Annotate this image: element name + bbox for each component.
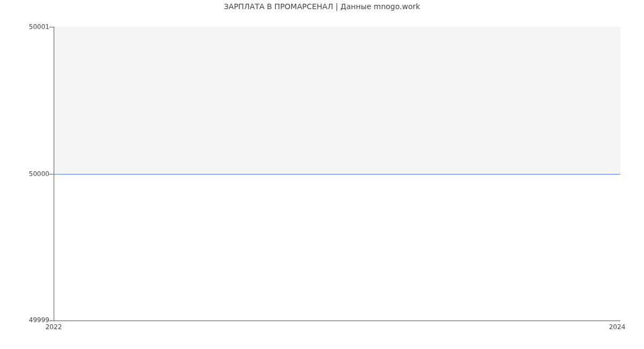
y-tick-mid: 50000: [29, 170, 49, 178]
upper-band: [54, 27, 620, 174]
y-tickmark: [49, 27, 54, 27]
plot-area: [54, 27, 620, 321]
salary-line: [54, 174, 620, 174]
y-tick-bottom: 49999: [29, 316, 49, 324]
y-tickmark: [49, 174, 54, 174]
x-tick-right: 2024: [609, 323, 626, 331]
salary-chart: ЗАРПЛАТА В ПРОМАРСЕНАЛ | Данные mnogo.wo…: [0, 0, 644, 349]
y-tickmark: [49, 321, 54, 321]
chart-title: ЗАРПЛАТА В ПРОМАРСЕНАЛ | Данные mnogo.wo…: [0, 2, 644, 11]
x-tick-left: 2022: [46, 323, 62, 331]
y-tick-top: 50001: [29, 23, 49, 31]
